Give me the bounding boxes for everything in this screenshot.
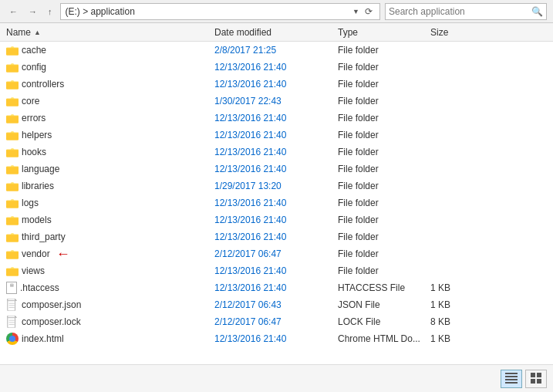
folder-icon xyxy=(6,164,19,174)
svg-rect-5 xyxy=(6,83,19,90)
file-name: vendor xyxy=(22,248,50,259)
file-name: cache xyxy=(22,45,46,56)
table-row[interactable]: models 12/13/2016 21:40 File folder xyxy=(0,211,553,228)
view-details-button[interactable] xyxy=(501,370,522,388)
table-row[interactable]: helpers 12/13/2016 21:40 File folder xyxy=(0,127,553,144)
table-row[interactable]: index.html 12/13/2016 21:40 Chrome HTML … xyxy=(0,330,553,347)
svg-rect-17 xyxy=(6,184,19,191)
sort-arrow-icon: ▲ xyxy=(34,29,41,36)
file-type: File folder xyxy=(338,181,430,191)
svg-rect-46 xyxy=(531,379,535,384)
annotation-arrow: ← xyxy=(56,246,70,262)
file-type: File folder xyxy=(338,113,430,123)
table-row[interactable]: controllers 12/13/2016 21:40 File folder xyxy=(0,76,553,93)
file-type: File folder xyxy=(338,96,430,106)
file-type: File folder xyxy=(338,79,430,90)
file-type: LOCK File xyxy=(338,316,430,327)
chrome-icon xyxy=(6,333,19,345)
folder-icon xyxy=(6,231,19,242)
table-row[interactable]: third_party 12/13/2016 21:40 File folder xyxy=(0,228,553,245)
file-icon: ▤ xyxy=(6,282,17,294)
table-row[interactable]: logs 12/13/2016 21:40 File folder xyxy=(0,194,553,211)
col-header-size[interactable]: Size xyxy=(430,27,448,38)
file-date: 12/13/2016 21:40 xyxy=(214,198,338,208)
svg-rect-25 xyxy=(6,252,19,259)
file-date: 12/13/2016 21:40 xyxy=(214,147,338,157)
file-date: 2/12/2017 06:43 xyxy=(214,299,338,310)
svg-rect-3 xyxy=(6,66,19,73)
file-date: 12/13/2016 21:40 xyxy=(214,113,338,123)
file-type: Chrome HTML Do... xyxy=(338,333,430,344)
folder-icon xyxy=(6,215,19,225)
file-size: 1 KB xyxy=(430,299,492,310)
svg-rect-13 xyxy=(6,150,19,157)
folder-icon xyxy=(6,113,19,123)
file-name: libraries xyxy=(22,181,54,191)
table-row[interactable]: views 12/13/2016 21:40 File folder xyxy=(0,262,553,279)
svg-rect-36 xyxy=(8,316,15,318)
col-header-date[interactable]: Date modified xyxy=(214,27,271,38)
table-row[interactable]: ▤ .htaccess 12/13/2016 21:40 HTACCESS Fi… xyxy=(0,279,553,296)
file-type: File folder xyxy=(338,231,430,242)
file-type: File folder xyxy=(338,45,430,56)
folder-icon xyxy=(6,79,19,90)
svg-rect-43 xyxy=(505,382,518,384)
col-header-name[interactable]: Name xyxy=(6,27,31,38)
title-bar: ← → ↑ (E:) > application ▼ ⟳ 🔍 xyxy=(0,0,553,23)
file-size: 1 KB xyxy=(430,282,492,293)
back-button[interactable]: ← xyxy=(6,5,21,18)
table-row[interactable]: vendor ← 2/12/2017 06:47 File folder xyxy=(0,245,553,262)
file-icon xyxy=(6,299,19,311)
file-type: File folder xyxy=(338,147,430,157)
file-date: 1/29/2017 13:20 xyxy=(214,181,338,191)
svg-rect-11 xyxy=(6,133,19,140)
svg-rect-19 xyxy=(6,201,19,208)
file-date: 12/13/2016 21:40 xyxy=(214,231,338,242)
file-name: config xyxy=(22,62,46,73)
forward-button[interactable]: → xyxy=(25,5,40,18)
breadcrumb[interactable]: (E:) > application ▼ ⟳ xyxy=(60,3,381,20)
file-type: File folder xyxy=(338,265,430,276)
file-type: File folder xyxy=(338,164,430,174)
file-name: core xyxy=(22,96,39,106)
table-row[interactable]: core 1/30/2017 22:43 File folder xyxy=(0,93,553,110)
file-list: cache 2/8/2017 21:25 File folder config … xyxy=(0,42,553,364)
file-date: 12/13/2016 21:40 xyxy=(214,282,338,293)
file-name: helpers xyxy=(22,130,52,140)
search-input[interactable] xyxy=(389,6,531,17)
file-type: File folder xyxy=(338,248,430,259)
table-row[interactable]: composer.lock 2/12/2017 06:47 LOCK File … xyxy=(0,313,553,330)
file-date: 2/12/2017 06:47 xyxy=(214,248,338,259)
file-icon xyxy=(6,316,19,328)
up-button[interactable]: ↑ xyxy=(45,5,56,18)
file-name: views xyxy=(22,265,45,276)
view-large-button[interactable] xyxy=(525,370,547,388)
svg-rect-21 xyxy=(6,218,19,225)
table-row[interactable]: libraries 1/29/2017 13:20 File folder xyxy=(0,177,553,194)
file-date: 2/12/2017 06:47 xyxy=(214,316,338,327)
table-row[interactable]: cache 2/8/2017 21:25 File folder xyxy=(0,42,553,59)
location-text: (E:) > application xyxy=(66,6,350,17)
folder-icon xyxy=(6,181,19,191)
table-row[interactable]: config 12/13/2016 21:40 File folder xyxy=(0,59,553,76)
folder-icon xyxy=(6,147,19,157)
col-header-type[interactable]: Type xyxy=(338,27,358,38)
refresh-button[interactable]: ⟳ xyxy=(362,6,375,17)
svg-rect-9 xyxy=(6,117,19,123)
file-name: index.html xyxy=(22,333,64,344)
file-name: errors xyxy=(22,113,46,123)
file-date: 12/13/2016 21:40 xyxy=(214,62,338,73)
table-row[interactable]: errors 12/13/2016 21:40 File folder xyxy=(0,110,553,127)
file-date: 1/30/2017 22:43 xyxy=(214,96,338,106)
file-size: 1 KB xyxy=(430,333,492,344)
file-date: 12/13/2016 21:40 xyxy=(214,265,338,276)
svg-rect-23 xyxy=(6,235,19,242)
svg-rect-40 xyxy=(505,373,518,374)
svg-rect-44 xyxy=(531,373,535,377)
file-name: logs xyxy=(22,198,39,208)
table-row[interactable]: language 12/13/2016 21:40 File folder xyxy=(0,161,553,177)
table-row[interactable]: hooks 12/13/2016 21:40 File folder xyxy=(0,144,553,161)
dropdown-arrow[interactable]: ▼ xyxy=(349,6,362,17)
table-row[interactable]: composer.json 2/12/2017 06:43 JSON File … xyxy=(0,296,553,313)
search-bar: 🔍 xyxy=(385,3,547,20)
